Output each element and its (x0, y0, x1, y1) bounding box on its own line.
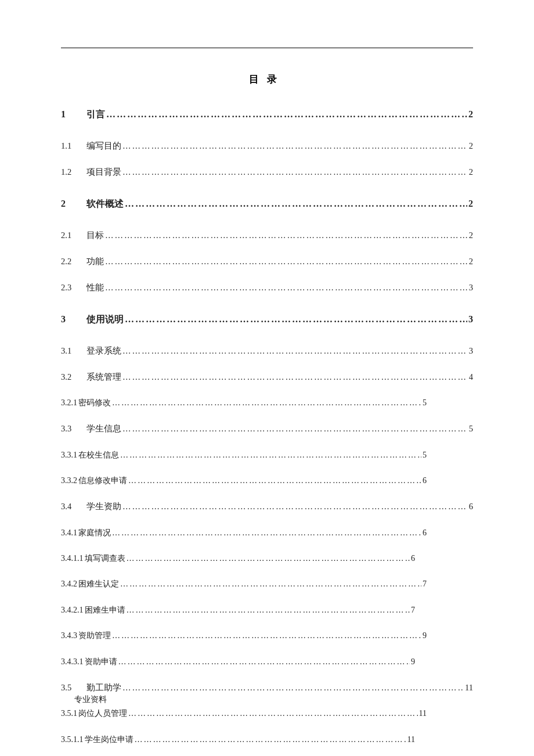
toc-entry-page: 11 (419, 707, 427, 720)
toc-entry-number: 3.5.1.1 (61, 733, 84, 746)
toc-leader-dots: …………………………………………………………………………………………………………… (127, 604, 410, 617)
toc-entry-number: 2 (61, 196, 81, 211)
toc-entry-number: 3.5 (61, 681, 81, 694)
toc-entry-label: 学生岗位申请 (85, 733, 134, 746)
toc-leader-dots: …………………………………………………………………………………………………………… (122, 370, 468, 384)
toc-leader-dots: …………………………………………………………………………………………………………… (122, 681, 464, 694)
toc-entry-page: 7 (411, 604, 415, 617)
toc-entry-page: 2 (468, 107, 473, 122)
toc-entry-page: 2 (469, 139, 473, 153)
toc-entry-number: 3.4 (61, 500, 81, 513)
toc-leader-dots: …………………………………………………………………………………………………………… (122, 165, 468, 179)
toc-entry: 3.5勤工助学………………………………………………………………………………………… (61, 681, 473, 694)
toc-leader-dots: …………………………………………………………………………………………………………… (125, 312, 467, 327)
footer-text: 专业资料 (74, 694, 107, 705)
toc-entry: 2.1目标……………………………………………………………………………………………… (61, 229, 473, 242)
toc-entry: 3.4.2困难生认定………………………………………………………………………………… (61, 578, 473, 591)
toc-entry: 3.5.1岗位人员管理……………………………………………………………………………… (61, 707, 473, 720)
toc-entry-number: 3.2 (61, 370, 81, 384)
toc-entry-number: 3.4.3 (61, 629, 77, 642)
toc-leader-dots: …………………………………………………………………………………………………………… (127, 552, 410, 565)
toc-entry-page: 4 (469, 370, 473, 384)
toc-entry-label: 在校生信息 (78, 449, 119, 462)
toc-entry-page: 6 (411, 552, 415, 565)
toc-leader-dots: …………………………………………………………………………………………………………… (112, 629, 421, 642)
toc-entry-page: 3 (468, 312, 473, 327)
toc-entry-page: 6 (423, 474, 427, 487)
toc-entry: 2.3性能……………………………………………………………………………………………… (61, 281, 473, 294)
toc-entry-page: 7 (423, 578, 427, 591)
toc-entry-page: 11 (465, 681, 473, 694)
toc-leader-dots: …………………………………………………………………………………………………………… (112, 527, 421, 539)
toc-entry-number: 3.4.1 (61, 527, 77, 539)
toc-entry: 3.5.1.1学生岗位申请………………………………………………………………………… (61, 733, 473, 746)
toc-entry-number: 3.4.2.1 (61, 604, 84, 617)
toc-entry-label: 困难生认定 (78, 578, 119, 591)
toc-entry-number: 3.2.1 (61, 397, 77, 409)
toc-entry-page: 2 (469, 229, 473, 242)
toc-leader-dots: …………………………………………………………………………………………………………… (128, 707, 418, 720)
toc-entry: 3.4.3资助管理…………………………………………………………………………………… (61, 629, 473, 642)
toc-leader-dots: …………………………………………………………………………………………………………… (118, 656, 410, 668)
toc-entry-number: 3.3 (61, 422, 81, 435)
toc-entry-page: 5 (423, 397, 427, 409)
toc-entry: 3.1登录系统………………………………………………………………………………………… (61, 344, 473, 358)
toc-entry-label: 学生信息 (86, 422, 121, 435)
toc-entry-label: 引言 (86, 107, 105, 122)
toc-entry-label: 填写调查表 (85, 552, 125, 565)
toc-list: 1引言…………………………………………………………………………………………………… (61, 107, 473, 756)
toc-title: 目录 (61, 73, 473, 86)
toc-entry-number: 1 (61, 107, 81, 122)
toc-entry-number: 3.4.3.1 (61, 656, 84, 668)
toc-leader-dots: …………………………………………………………………………………………………………… (128, 474, 421, 487)
toc-entry-label: 困难生申请 (85, 604, 125, 617)
toc-entry-label: 系统管理 (86, 370, 121, 384)
toc-entry-page: 3 (469, 281, 473, 294)
toc-entry-page: 2 (469, 165, 473, 179)
toc-entry: 3.4.3.1资助申请……………………………………………………………………………… (61, 656, 473, 668)
toc-entry: 3.4.2.1困难生申请…………………………………………………………………………… (61, 604, 473, 617)
toc-leader-dots: …………………………………………………………………………………………………………… (122, 422, 468, 435)
toc-entry: 3.3学生信息………………………………………………………………………………………… (61, 422, 473, 435)
toc-entry-label: 使用说明 (86, 312, 124, 327)
toc-entry: 3.3.2信息修改申请……………………………………………………………………………… (61, 474, 473, 487)
toc-entry-number: 3.1 (61, 344, 81, 358)
toc-entry: 3.2.1密码修改…………………………………………………………………………………… (61, 397, 473, 409)
toc-entry-label: 信息修改申请 (78, 474, 127, 487)
toc-entry-label: 编写目的 (86, 139, 121, 153)
toc-entry-number: 3.3.1 (61, 449, 77, 462)
toc-leader-dots: …………………………………………………………………………………………………………… (105, 281, 468, 294)
toc-entry-page: 3 (469, 344, 473, 358)
toc-entry-label: 岗位人员管理 (78, 707, 127, 720)
toc-leader-dots: …………………………………………………………………………………………………………… (135, 733, 406, 746)
toc-entry-label: 家庭情况 (78, 527, 111, 539)
toc-entry: 1引言…………………………………………………………………………………………………… (61, 107, 473, 122)
toc-entry: 3.4.1家庭情况…………………………………………………………………………………… (61, 527, 473, 539)
toc-entry-label: 资助管理 (78, 629, 111, 642)
toc-leader-dots: …………………………………………………………………………………………………………… (106, 107, 467, 122)
toc-entry-label: 性能 (86, 281, 104, 294)
toc-entry-number: 2.2 (61, 255, 81, 268)
toc-entry-number: 3.3.2 (61, 474, 77, 487)
toc-entry-label: 功能 (86, 255, 104, 268)
toc-entry-number: 3.4.2 (61, 578, 77, 591)
toc-entry-number: 1.2 (61, 165, 81, 179)
toc-leader-dots: …………………………………………………………………………………………………………… (122, 139, 468, 153)
toc-entry-label: 软件概述 (86, 196, 124, 211)
toc-entry: 3.4学生资助………………………………………………………………………………………… (61, 500, 473, 513)
toc-entry-label: 资助申请 (85, 656, 117, 668)
toc-entry-page: 11 (407, 733, 415, 746)
toc-entry-label: 登录系统 (86, 344, 121, 358)
toc-leader-dots: …………………………………………………………………………………………………………… (122, 344, 468, 358)
toc-entry-label: 勤工助学 (86, 681, 121, 694)
toc-leader-dots: …………………………………………………………………………………………………………… (112, 397, 421, 409)
toc-entry-label: 项目背景 (86, 165, 121, 179)
toc-entry: 1.2项目背景………………………………………………………………………………………… (61, 165, 473, 179)
toc-leader-dots: …………………………………………………………………………………………………………… (120, 449, 421, 462)
toc-entry: 3.4.1.1填写调查表…………………………………………………………………………… (61, 552, 473, 565)
toc-entry-label: 目标 (86, 229, 104, 242)
toc-entry-page: 2 (468, 196, 473, 211)
toc-entry-page: 9 (423, 629, 427, 642)
toc-entry-number: 3 (61, 312, 81, 327)
toc-entry-number: 3.4.1.1 (61, 552, 84, 565)
